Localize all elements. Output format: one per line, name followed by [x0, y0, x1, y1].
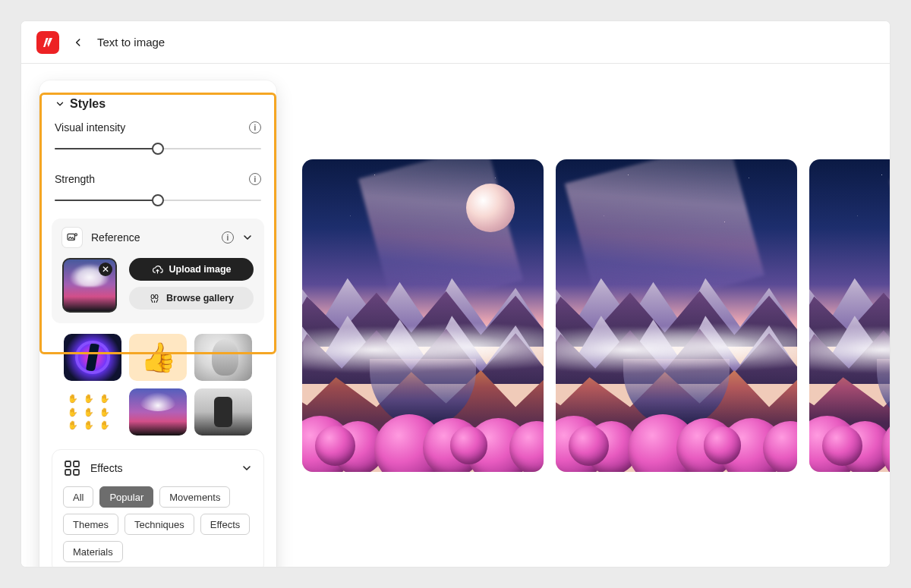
reference-label: Reference: [91, 231, 140, 244]
styles-header[interactable]: Styles: [39, 88, 276, 115]
style-tile[interactable]: [64, 388, 121, 435]
page-title: Text to image: [97, 36, 165, 49]
chevron-down-icon: [55, 99, 65, 109]
visual-intensity-slider[interactable]: [55, 143, 261, 155]
strength-label: Strength: [55, 173, 95, 185]
effects-icon: [63, 459, 81, 477]
style-tile[interactable]: [194, 334, 252, 381]
results-strip: [302, 64, 890, 567]
effects-chip-row: AllPopularMovementsThemesTechniquesEffec…: [63, 486, 253, 562]
close-icon[interactable]: ✕: [99, 263, 112, 276]
svg-rect-4: [65, 470, 71, 475]
svg-point-1: [75, 234, 77, 236]
style-samples-grid: [39, 323, 276, 435]
info-icon[interactable]: i: [222, 231, 234, 244]
style-tile[interactable]: [194, 388, 252, 435]
svg-rect-5: [74, 470, 79, 475]
browse-gallery-button[interactable]: Browse gallery: [129, 287, 254, 310]
back-icon[interactable]: [70, 34, 87, 51]
effects-chip[interactable]: Movements: [159, 486, 230, 508]
effects-chip[interactable]: Techniques: [125, 514, 194, 535]
effects-chip[interactable]: Themes: [63, 514, 118, 535]
info-icon[interactable]: i: [249, 173, 261, 185]
svg-rect-2: [65, 461, 71, 467]
style-tile[interactable]: [64, 334, 121, 381]
effects-label: Effects: [90, 462, 123, 474]
reference-icon: [62, 228, 82, 247]
adobe-logo: [36, 31, 59, 54]
info-icon[interactable]: i: [249, 121, 261, 134]
upload-image-label: Upload image: [169, 264, 232, 275]
chevron-down-icon[interactable]: [241, 462, 253, 474]
style-tile[interactable]: [129, 334, 187, 381]
upload-image-button[interactable]: Upload image: [129, 258, 254, 281]
effects-chip[interactable]: Effects: [200, 514, 251, 535]
result-thumbnail[interactable]: [302, 159, 544, 472]
chevron-down-icon[interactable]: [241, 231, 254, 244]
styles-panel: Styles Visual intensity i Strength i: [39, 80, 276, 567]
styles-header-label: Styles: [70, 97, 106, 111]
style-tile[interactable]: [129, 388, 187, 435]
visual-intensity-label: Visual intensity: [55, 121, 125, 134]
strength-slider[interactable]: [55, 194, 261, 206]
effects-chip[interactable]: Materials: [63, 541, 123, 562]
reference-thumbnail[interactable]: ✕: [62, 258, 117, 313]
effects-chip[interactable]: All: [63, 486, 93, 508]
svg-rect-3: [74, 461, 79, 467]
browse-gallery-label: Browse gallery: [166, 293, 234, 303]
result-thumbnail[interactable]: [809, 159, 890, 472]
result-thumbnail[interactable]: [556, 159, 797, 472]
top-bar: Text to image: [21, 21, 890, 64]
effects-chip[interactable]: Popular: [99, 486, 153, 508]
